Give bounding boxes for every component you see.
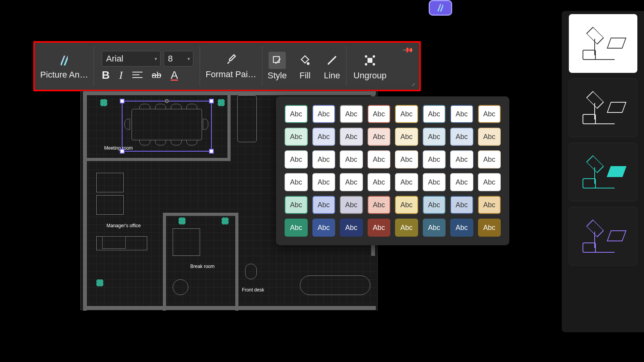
template-thumbnail-light[interactable] [569, 14, 637, 73]
style-swatch[interactable]: Abc [478, 219, 501, 237]
style-swatch[interactable]: Abc [368, 128, 391, 146]
style-swatch[interactable]: Abc [395, 219, 418, 237]
style-swatch[interactable]: Abc [450, 196, 473, 214]
plant-shape[interactable] [218, 99, 225, 106]
style-swatch[interactable]: Abc [450, 173, 473, 191]
format-painter-icon [225, 53, 237, 68]
resize-handle-sw[interactable] [120, 149, 124, 154]
style-swatch[interactable]: Abc [340, 128, 363, 146]
front-desk-shape[interactable] [300, 275, 370, 295]
ungroup-icon [361, 52, 379, 69]
plant-shape[interactable] [179, 217, 186, 224]
style-swatch[interactable]: Abc [395, 150, 418, 168]
chair-shape[interactable] [245, 264, 257, 279]
style-swatch[interactable]: Abc [423, 196, 446, 214]
style-swatch[interactable]: Abc [478, 105, 501, 123]
align-button[interactable] [132, 69, 143, 81]
plant-shape[interactable] [222, 217, 229, 224]
resize-handle-nw[interactable] [120, 99, 124, 103]
resize-handle-ne[interactable] [209, 99, 214, 103]
style-swatch[interactable]: Abc [285, 150, 308, 168]
plant-shape[interactable] [100, 99, 107, 106]
bold-button[interactable]: B [102, 69, 110, 81]
style-swatch[interactable]: Abc [450, 219, 473, 237]
template-thumbnail-dark-white[interactable] [569, 78, 637, 137]
style-swatch[interactable]: Abc [340, 219, 363, 237]
style-swatch[interactable]: Abc [395, 105, 418, 123]
template-thumbnail-dark-purple[interactable] [569, 207, 637, 266]
style-icon [269, 52, 286, 69]
style-swatch[interactable]: Abc [312, 128, 336, 146]
break-room-label: Break room [190, 264, 215, 269]
chevron-down-icon: ▾ [188, 56, 190, 62]
desk-shape[interactable] [96, 195, 124, 215]
style-swatch[interactable]: Abc [423, 105, 446, 123]
style-swatch[interactable]: Abc [285, 196, 308, 214]
style-swatch[interactable]: Abc [368, 219, 391, 237]
style-swatch[interactable]: Abc [340, 173, 363, 191]
style-swatch[interactable]: Abc [478, 173, 501, 191]
resize-handle-se[interactable] [209, 149, 214, 154]
style-swatch[interactable]: Abc [395, 128, 418, 146]
style-swatch[interactable]: Abc [340, 105, 363, 123]
monitor-shape[interactable] [102, 236, 126, 249]
style-swatch[interactable]: Abc [285, 105, 308, 123]
style-swatch[interactable]: Abc [285, 173, 308, 191]
sofa-shape[interactable] [237, 95, 257, 142]
style-swatch[interactable]: Abc [450, 105, 473, 123]
style-swatch[interactable]: Abc [395, 196, 418, 214]
format-painter-button[interactable]: Format Pai… [200, 43, 262, 90]
managers-office-label: Manager's office [106, 223, 141, 228]
style-swatch[interactable]: Abc [340, 150, 363, 168]
template-thumbnail-dark-cyan[interactable] [569, 143, 637, 201]
style-swatch[interactable]: Abc [478, 196, 501, 214]
picture-analysis-button[interactable]: // Picture An… [35, 43, 94, 90]
fill-button[interactable]: Fill [292, 43, 318, 90]
app-logo-icon: // [438, 2, 443, 14]
style-swatch[interactable]: Abc [478, 150, 501, 168]
plant-shape[interactable] [96, 279, 103, 286]
style-swatch[interactable]: Abc [478, 128, 501, 146]
ungroup-label: Ungroup [354, 71, 386, 81]
round-table-shape[interactable] [173, 279, 188, 295]
picture-analysis-label: Picture An… [40, 70, 88, 80]
style-swatch[interactable]: Abc [285, 219, 308, 237]
style-button[interactable]: Style [262, 43, 292, 90]
counter-shape[interactable] [173, 228, 200, 256]
strikethrough-button[interactable]: ab [152, 70, 161, 80]
style-swatch[interactable]: Abc [368, 150, 391, 168]
italic-button[interactable]: I [119, 69, 123, 81]
style-swatch[interactable]: Abc [312, 196, 336, 214]
rotate-handle[interactable] [165, 99, 169, 103]
style-swatch[interactable]: Abc [368, 196, 391, 214]
svg-rect-3 [273, 56, 279, 62]
app-logo-badge[interactable]: // [429, 0, 452, 16]
style-swatch[interactable]: Abc [312, 105, 336, 123]
selection-box[interactable] [122, 101, 212, 152]
style-swatch[interactable]: Abc [395, 173, 418, 191]
style-swatch[interactable]: Abc [423, 128, 446, 146]
style-swatch[interactable]: Abc [312, 219, 336, 237]
style-swatch[interactable]: Abc [368, 105, 391, 123]
svg-point-7 [373, 56, 375, 57]
style-swatch[interactable]: Abc [423, 173, 446, 191]
ungroup-button[interactable]: Ungroup [346, 43, 393, 90]
style-swatch[interactable]: Abc [312, 173, 336, 191]
style-swatch[interactable]: Abc [312, 150, 336, 168]
desk-shape[interactable] [96, 173, 124, 192]
style-swatch[interactable]: Abc [423, 150, 446, 168]
font-color-button[interactable]: A [171, 69, 178, 81]
style-swatch[interactable]: Abc [340, 196, 363, 214]
font-name-value: Arial [106, 54, 123, 64]
svg-point-6 [365, 56, 367, 57]
style-swatch[interactable]: Abc [450, 150, 473, 168]
font-size-select[interactable]: 8 ▾ [164, 51, 193, 67]
expand-toolbar-icon[interactable]: ⤢ [411, 82, 415, 87]
line-button[interactable]: Line [318, 43, 346, 90]
style-swatch[interactable]: Abc [368, 173, 391, 191]
pin-icon[interactable]: 📌 [402, 44, 414, 56]
style-swatch[interactable]: Abc [285, 128, 308, 146]
font-name-select[interactable]: Arial ▾ [102, 51, 161, 67]
style-swatch[interactable]: Abc [423, 219, 446, 237]
style-swatch[interactable]: Abc [450, 128, 473, 146]
